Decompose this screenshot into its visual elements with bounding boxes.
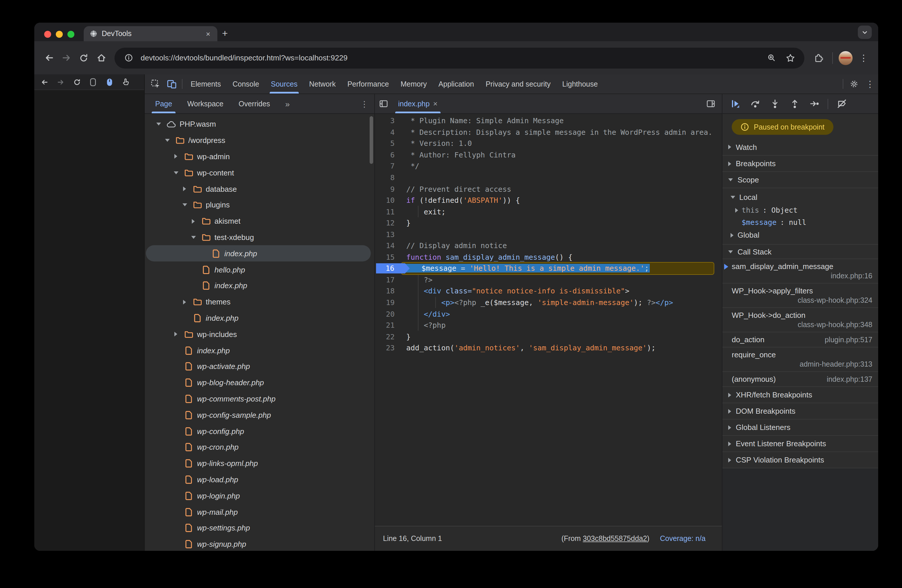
code-line-7[interactable]: 7 */ [375, 160, 722, 172]
section-xhr-fetch-breakpoints[interactable]: XHR/fetch Breakpoints [722, 386, 878, 403]
scope-message-row[interactable]: $message: null [722, 216, 878, 228]
devtools-tab-sources[interactable]: Sources [265, 74, 303, 94]
tree-caret-icon[interactable] [189, 219, 197, 224]
nav-tab-overrides[interactable]: Overrides [239, 94, 270, 113]
devtools-tab-memory[interactable]: Memory [395, 74, 433, 94]
code-line-14[interactable]: 14// Display admin notice [375, 240, 722, 251]
call-stack-frame[interactable]: WP_Hook->apply_filtersclass-wp-hook.php:… [722, 283, 878, 307]
tree-caret-icon[interactable] [180, 204, 189, 206]
section-event-listener-breakpoints[interactable]: Event Listener Breakpoints [722, 435, 878, 452]
tree-item-themes[interactable]: themes [145, 294, 374, 310]
pg-back-icon[interactable] [38, 76, 50, 88]
reload-icon[interactable] [75, 49, 92, 67]
tab-close-icon[interactable]: × [204, 29, 213, 38]
section-watch[interactable]: Watch [722, 139, 878, 155]
code-line-19[interactable]: 19 <p><?php _e($message, 'simple-admin-m… [375, 297, 722, 308]
section-scope[interactable]: Scope [722, 171, 878, 188]
tree-item-akismet[interactable]: akismet [145, 213, 374, 230]
tree-item-wp-comments-post.php[interactable]: wp-comments-post.php [145, 391, 374, 407]
navigator-menu-icon[interactable]: ⋮ [360, 99, 368, 108]
tree-item-wp-links-opml.php[interactable]: wp-links-opml.php [145, 455, 374, 472]
devtools-tab-privacy-and-security[interactable]: Privacy and security [480, 74, 556, 94]
tree-item-hello.php[interactable]: hello.php [145, 261, 374, 278]
tree-item-wp-config.php[interactable]: wp-config.php [145, 423, 374, 439]
tree-caret-icon[interactable] [171, 154, 180, 159]
code-line-15[interactable]: 15function sam_display_admin_message() { [375, 251, 722, 263]
tree-caret-icon[interactable] [180, 186, 189, 191]
section-call-stack[interactable]: Call Stack [722, 244, 878, 258]
nav-tab-page[interactable]: Page [155, 94, 172, 113]
tree-item-wp-load.php[interactable]: wp-load.php [145, 472, 374, 488]
mouse-icon[interactable] [103, 76, 116, 88]
zoom-window-button[interactable] [67, 31, 74, 38]
tree-item-wp-login.php[interactable]: wp-login.php [145, 488, 374, 504]
url-bar[interactable]: devtools://devtools/bundled/inspector.ht… [114, 47, 804, 68]
tree-caret-icon[interactable] [189, 236, 197, 239]
inspect-element-icon[interactable] [147, 74, 163, 94]
minimize-window-button[interactable] [56, 31, 63, 38]
deactivate-breakpoints-icon[interactable] [833, 95, 850, 112]
code-line-4[interactable]: 4 * Description: Displays a simple messa… [375, 127, 722, 138]
code-line-16[interactable]: 16 $message = 'Hello! This is a simple a… [375, 263, 722, 274]
step-out-icon[interactable] [786, 95, 803, 112]
step-icon[interactable] [806, 95, 822, 112]
more-tabs-icon[interactable]: » [285, 99, 290, 108]
close-window-button[interactable] [44, 31, 51, 38]
devtools-tab-lighthouse[interactable]: Lighthouse [556, 74, 604, 94]
url-text[interactable]: devtools://devtools/bundled/inspector.ht… [141, 53, 759, 62]
tree-caret-icon[interactable] [163, 139, 171, 142]
tab-search-button[interactable] [858, 25, 872, 39]
call-stack-frame[interactable]: WP_Hook->do_actionclass-wp-hook.php:348 [722, 307, 878, 332]
section-dom-breakpoints[interactable]: DOM Breakpoints [722, 403, 878, 419]
tree-item-index.php[interactable]: index.php [145, 310, 374, 326]
section-breakpoints[interactable]: Breakpoints [722, 155, 878, 171]
section-global-listeners[interactable]: Global Listeners [722, 419, 878, 435]
scope-local-row[interactable]: Local [722, 190, 878, 204]
call-stack-frame[interactable]: (anonymous)index.php:137 [722, 371, 878, 386]
code-line-20[interactable]: 20 </div> [375, 308, 722, 319]
tree-item-database[interactable]: database [145, 181, 374, 197]
tree-item-php.wasm[interactable]: PHP.wasm [145, 116, 374, 133]
tree-item-wp-admin[interactable]: wp-admin [145, 149, 374, 165]
tree-item-wp-signup.php[interactable]: wp-signup.php [145, 536, 374, 551]
code-line-5[interactable]: 5 * Version: 1.0 [375, 138, 722, 149]
hide-navigator-icon[interactable] [375, 94, 392, 113]
tree-item--wordpress[interactable]: /wordpress [145, 133, 374, 149]
code-line-8[interactable]: 8 [375, 172, 722, 183]
tree-caret-icon[interactable] [180, 300, 189, 304]
tree-item-wp-includes[interactable]: wp-includes [145, 326, 374, 342]
tree-item-wp-blog-header.php[interactable]: wp-blog-header.php [145, 375, 374, 391]
browser-tab[interactable]: DevTools × [84, 26, 218, 41]
site-info-icon[interactable] [122, 51, 135, 65]
pg-reload-icon[interactable] [70, 76, 83, 88]
home-icon[interactable] [92, 49, 110, 67]
call-stack-frame[interactable]: sam_display_admin_messageindex.php:16 [722, 258, 878, 283]
device-toolbar-icon[interactable] [163, 74, 180, 94]
coverage-link[interactable]: Coverage: n/a [660, 535, 706, 543]
device-frame-icon[interactable] [86, 76, 99, 88]
forward-icon[interactable] [58, 49, 75, 67]
new-tab-button[interactable]: + [218, 26, 232, 41]
source-origin-link[interactable]: (From 303c8bd55875dda2) [561, 535, 650, 543]
code-line-9[interactable]: 9// Prevent direct access [375, 183, 722, 195]
profile-avatar[interactable] [839, 51, 853, 65]
step-into-icon[interactable] [767, 95, 783, 112]
code-line-3[interactable]: 3 * Plugin Name: Simple Admin Message [375, 115, 722, 127]
tree-item-wp-mail.php[interactable]: wp-mail.php [145, 504, 374, 520]
code-line-21[interactable]: 21 <?php [375, 319, 722, 331]
editor-tab-indexphp[interactable]: index.php × [392, 94, 443, 113]
back-icon[interactable] [40, 49, 58, 67]
code-line-17[interactable]: 17 ?> [375, 274, 722, 285]
tree-item-wp-content[interactable]: wp-content [145, 165, 374, 181]
resume-script-icon[interactable] [727, 95, 743, 112]
tree-item-index.php[interactable]: index.php [146, 246, 371, 262]
extensions-icon[interactable] [809, 49, 827, 67]
code-line-23[interactable]: 23add_action('admin_notices', 'sam_displ… [375, 342, 722, 353]
tree-item-wp-config-sample.php[interactable]: wp-config-sample.php [145, 407, 374, 423]
call-stack-frame[interactable]: require_onceadmin-header.php:313 [722, 347, 878, 371]
code-line-10[interactable]: 10if (!defined('ABSPATH')) { [375, 195, 722, 206]
tree-scrollbar[interactable] [370, 116, 373, 164]
bookmark-star-icon[interactable] [783, 51, 797, 65]
section-csp-violation-breakpoints[interactable]: CSP Violation Breakpoints [722, 452, 878, 468]
devtools-settings-gear-icon[interactable] [846, 74, 862, 94]
